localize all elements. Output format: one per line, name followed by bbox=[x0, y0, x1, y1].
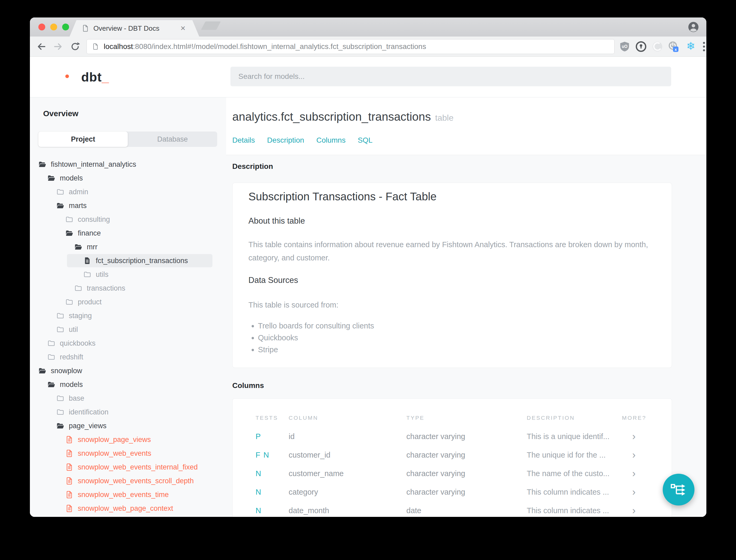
folder-icon bbox=[56, 394, 64, 402]
folder-icon bbox=[56, 408, 64, 416]
tree-item-mrr[interactable]: mrr bbox=[30, 240, 220, 254]
tree-item-fishtown-internal-analytics[interactable]: fishtown_internal_analytics bbox=[30, 157, 220, 171]
back-icon[interactable] bbox=[36, 42, 46, 52]
address-bar[interactable]: localhost:8080/index.html#!/model/model.… bbox=[87, 39, 615, 54]
tree-item-quickbooks[interactable]: quickbooks bbox=[30, 336, 220, 350]
tree-item-snowplow-page-views[interactable]: snowplow_page_views bbox=[30, 433, 220, 446]
tests-badge: P bbox=[256, 432, 289, 441]
header-more: MORE? bbox=[622, 415, 646, 421]
sources-list: Trello boards for consulting clients Qui… bbox=[258, 320, 374, 356]
power-extension-icon[interactable]: x bbox=[667, 41, 679, 52]
description-card: Subscription Transactions - Fact Table A… bbox=[232, 183, 672, 368]
tree-item-admin[interactable]: admin bbox=[30, 185, 220, 199]
sidebar-title: Overview bbox=[43, 109, 78, 118]
sources-intro: This table is sourced from: bbox=[249, 298, 658, 311]
lineage-graph-button[interactable] bbox=[663, 474, 694, 505]
tree-item-utils[interactable]: utils bbox=[30, 268, 220, 281]
tree-item-fct-subscription-transactions[interactable]: fct_subscription_transactions bbox=[30, 254, 220, 268]
new-tab-button[interactable] bbox=[201, 21, 221, 30]
tree-item-identification[interactable]: identification bbox=[30, 405, 220, 419]
tree-item-redshift[interactable]: redshift bbox=[30, 350, 220, 364]
folder-icon bbox=[56, 326, 64, 333]
page-icon bbox=[92, 43, 99, 50]
chevron-right-icon[interactable]: › bbox=[622, 505, 646, 516]
tree-item-models[interactable]: models bbox=[30, 378, 220, 391]
chevron-right-icon[interactable]: › bbox=[622, 468, 646, 478]
nav-link-details[interactable]: Details bbox=[232, 136, 255, 144]
about-heading: About this table bbox=[249, 216, 305, 226]
tree-item-consulting[interactable]: consulting bbox=[30, 213, 220, 226]
model-header: analytics.fct_subscription_transactionst… bbox=[226, 97, 706, 155]
tree-item-models[interactable]: models bbox=[30, 171, 220, 185]
reload-icon[interactable] bbox=[70, 42, 80, 52]
columns-card: TESTS COLUMN TYPE DESCRIPTION MORE? P id… bbox=[232, 398, 672, 517]
onepassword-extension-icon[interactable] bbox=[635, 41, 647, 52]
url-host: localhost bbox=[104, 42, 133, 51]
dbt-logo[interactable]: dbt_ bbox=[57, 68, 109, 86]
svg-text:x: x bbox=[675, 47, 677, 52]
tree-item-page-views[interactable]: page_views bbox=[30, 419, 220, 433]
disabled-extension-icon[interactable] bbox=[652, 41, 663, 52]
profile-avatar-icon[interactable] bbox=[687, 21, 699, 33]
table-row-category[interactable]: N category character varying This column… bbox=[256, 483, 661, 501]
description-heading: Subscription Transactions - Fact Table bbox=[249, 190, 436, 203]
folder-open-icon bbox=[47, 381, 55, 389]
tree-item-snowplow-web-events-internal-fixed[interactable]: snowplow_web_events_internal_fixed bbox=[30, 460, 220, 474]
tree-item-product[interactable]: product bbox=[30, 295, 220, 309]
window-minimize-button[interactable] bbox=[50, 24, 57, 30]
folder-icon bbox=[47, 353, 55, 361]
tree-item-util[interactable]: util bbox=[30, 323, 220, 336]
tree-item-snowplow-web-page-context[interactable]: snowplow_web_page_context bbox=[30, 502, 220, 515]
column-type: character varying bbox=[406, 488, 527, 496]
snowflake-extension-icon[interactable]: ❄ bbox=[684, 39, 697, 53]
nav-link-sql[interactable]: SQL bbox=[358, 136, 372, 144]
table-row-id[interactable]: P id character varying This is a unique … bbox=[256, 427, 661, 446]
dbt-logo-icon bbox=[57, 68, 75, 86]
search-input[interactable] bbox=[231, 67, 671, 86]
folder-open-icon bbox=[47, 174, 55, 182]
column-type: character varying bbox=[406, 451, 527, 459]
tab-project[interactable]: Project bbox=[38, 132, 128, 147]
chevron-right-icon[interactable]: › bbox=[622, 487, 646, 497]
column-description: The unique id for the ... bbox=[527, 451, 622, 459]
tree-item-snowplow-web-events-time[interactable]: snowplow_web_events_time bbox=[30, 488, 220, 502]
column-name: customer_id bbox=[289, 451, 406, 459]
tree-item-snowplow-web-events-scroll-depth[interactable]: snowplow_web_events_scroll_depth bbox=[30, 474, 220, 488]
header-description: DESCRIPTION bbox=[527, 415, 622, 421]
column-name: category bbox=[289, 488, 406, 496]
chevron-right-icon[interactable]: › bbox=[622, 431, 646, 441]
folder-open-icon bbox=[56, 422, 64, 430]
browser-menu-icon[interactable] bbox=[702, 41, 706, 52]
column-description: The name of the custo... bbox=[527, 469, 622, 478]
nav-link-columns[interactable]: Columns bbox=[317, 136, 346, 144]
tree-item-snowplow-web-events[interactable]: snowplow_web_events bbox=[30, 446, 220, 460]
anchor-nav: Details Description Columns SQL bbox=[232, 136, 372, 144]
tab-database[interactable]: Database bbox=[128, 132, 217, 147]
tree-item-base[interactable]: base bbox=[30, 391, 220, 405]
window-close-button[interactable] bbox=[38, 24, 45, 30]
tree-item-marts[interactable]: marts bbox=[30, 199, 220, 213]
window-zoom-button[interactable] bbox=[62, 24, 69, 30]
folder-icon bbox=[65, 298, 73, 306]
tree-item-finance[interactable]: finance bbox=[30, 226, 220, 240]
table-row-date-month[interactable]: N date_month date This column indicates … bbox=[256, 501, 661, 517]
table-row-customer-name[interactable]: N customer_name character varying The na… bbox=[256, 464, 661, 483]
tree-item-transactions[interactable]: transactions bbox=[30, 281, 220, 295]
column-description: This column indicates ... bbox=[527, 488, 622, 496]
columns-section-label: Columns bbox=[232, 381, 264, 390]
tree-item-staging[interactable]: staging bbox=[30, 309, 220, 323]
column-description: This column indicates ... bbox=[527, 506, 622, 515]
tree-item-snowplow[interactable]: snowplow bbox=[30, 364, 220, 378]
ublock-extension-icon[interactable]: uO bbox=[619, 41, 630, 52]
project-database-toggle: Project Database bbox=[38, 132, 217, 147]
table-row-customer-id[interactable]: F N customer_id character varying The un… bbox=[256, 446, 661, 464]
chevron-right-icon[interactable]: › bbox=[622, 450, 646, 460]
model-file-icon bbox=[65, 436, 73, 444]
browser-tab[interactable]: Overview - DBT Docs × bbox=[70, 20, 199, 37]
tab-close-icon[interactable]: × bbox=[181, 23, 186, 33]
nav-link-description[interactable]: Description bbox=[267, 136, 304, 144]
folder-open-icon bbox=[56, 202, 64, 210]
list-item: Trello boards for consulting clients bbox=[258, 320, 374, 332]
forward-icon[interactable] bbox=[53, 42, 63, 52]
url-path: :8080/index.html#!/model/model.fishtown_… bbox=[133, 42, 426, 51]
